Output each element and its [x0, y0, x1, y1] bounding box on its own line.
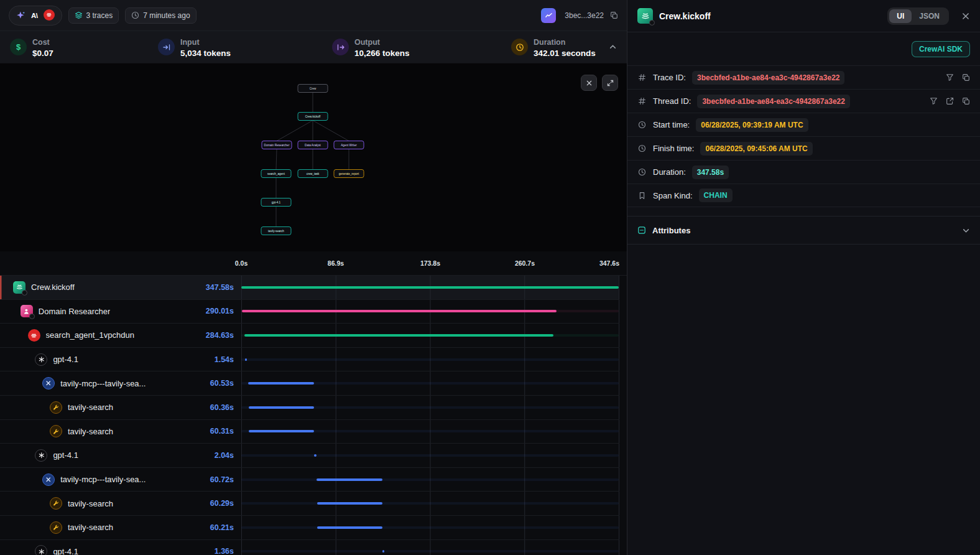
- stat-label: Input: [180, 38, 200, 47]
- span-row[interactable]: gpt-4.12.04s: [0, 444, 619, 468]
- detail-field: Trace ID:3becbfed-a1be-ae84-ea3c-4942867…: [627, 65, 980, 89]
- span-bar: [382, 550, 384, 553]
- field-value: 3becbfed-a1be-ae84-ea3c-4942867a3e22: [697, 95, 850, 108]
- copy-icon[interactable]: [962, 73, 970, 82]
- stat-value: 342.01 seconds: [534, 49, 596, 58]
- close-graph-icon[interactable]: [581, 75, 597, 91]
- field-value: 347.58s: [692, 166, 729, 179]
- agno-icon: [28, 329, 40, 342]
- graph-node[interactable]: Data Analyst: [298, 141, 328, 149]
- tool-icon: [50, 521, 62, 534]
- graph-node[interactable]: search_agent: [261, 170, 291, 178]
- tool-icon: [50, 497, 62, 510]
- anthropic-icon: A\: [31, 12, 38, 19]
- span-duration: 347.58s: [206, 283, 241, 292]
- trace-id-short: 3bec...3e22: [565, 11, 604, 20]
- tab-json[interactable]: JSON: [912, 9, 947, 23]
- expand-graph-icon[interactable]: [602, 75, 618, 91]
- span-duration: 60.36s: [210, 403, 241, 412]
- clock-icon: [637, 168, 647, 176]
- collapse-stats-icon[interactable]: [609, 43, 617, 51]
- detail-field: Duration:347.58s: [627, 160, 980, 184]
- filter-icon[interactable]: [930, 97, 938, 105]
- span-duration: 2.04s: [215, 451, 241, 460]
- tab-ui[interactable]: UI: [889, 9, 912, 23]
- copy-trace-id-icon[interactable]: [610, 11, 618, 19]
- span-row[interactable]: tavily-mcp---tavily-sea...60.53s: [0, 371, 619, 396]
- span-duration: 60.53s: [210, 379, 241, 388]
- graph-node[interactable]: Agent Writer: [334, 141, 364, 149]
- span-row[interactable]: tavily-search60.21s: [0, 516, 619, 540]
- detail-field: Span Kind:CHAIN: [627, 184, 980, 207]
- attributes-label: Attributes: [652, 226, 690, 235]
- detail-field: Finish time:06/28/2025, 09:45:06 AM UTC: [627, 136, 980, 160]
- span-detail-panel: Crew.kickoff UI JSON CrewAI SDK Trace ID…: [627, 0, 980, 555]
- span-row[interactable]: Crew.kickoff347.58s: [0, 276, 619, 300]
- axis-tick: 347.6s: [599, 259, 619, 267]
- span-track: [241, 300, 619, 324]
- sparkle-icon: [16, 11, 25, 20]
- span-name: Domain Researcher: [39, 307, 111, 316]
- agno-logo-slot: [44, 9, 55, 21]
- mcp-icon: [42, 377, 55, 389]
- axis-tick: 173.8s: [420, 259, 440, 267]
- graph-node[interactable]: gpt-4.1: [261, 198, 291, 207]
- field-label: Start time:: [653, 120, 690, 129]
- trace-age-label: 7 minutes ago: [143, 11, 190, 20]
- span-track: [241, 468, 619, 492]
- span-row[interactable]: search_agent_1vpchdun284.63s: [0, 324, 619, 348]
- graph-node[interactable]: tavily-search: [261, 227, 291, 235]
- span-duration: 60.31s: [210, 427, 241, 436]
- span-row[interactable]: tavily-search60.29s: [0, 492, 619, 516]
- span-rows: Crew.kickoff347.58sDomain Researcher290.…: [0, 275, 627, 555]
- graph-node[interactable]: Domain Researcher: [262, 141, 292, 149]
- span-name: search_agent_1vpchdun: [46, 330, 134, 340]
- graph-node[interactable]: crew_task: [298, 170, 328, 178]
- span-name: gpt-4.1: [53, 355, 78, 364]
- stat-label: Cost: [32, 38, 50, 47]
- detail-header: Crew.kickoff UI JSON: [627, 0, 980, 32]
- span-row[interactable]: tavily-search60.36s: [0, 396, 619, 420]
- external-icon[interactable]: [946, 97, 954, 105]
- span-duration: 1.54s: [215, 355, 241, 364]
- traces-count-badge[interactable]: 3 traces: [68, 7, 119, 24]
- close-panel-icon[interactable]: [961, 12, 970, 21]
- span-row[interactable]: Domain Researcher290.01s: [0, 300, 619, 324]
- span-bar: [241, 286, 619, 289]
- span-track: [241, 371, 619, 395]
- copy-icon[interactable]: [962, 97, 970, 105]
- span-track: [241, 348, 619, 371]
- span-duration: 60.72s: [210, 475, 241, 484]
- trace-chart-icon[interactable]: [541, 8, 556, 23]
- span-row[interactable]: gpt-4.11.54s: [0, 348, 619, 372]
- svg-text:search_agent: search_agent: [267, 172, 285, 175]
- graph-node[interactable]: Crew.kickoff: [298, 113, 328, 121]
- span-row[interactable]: tavily-mcp---tavily-sea...60.72s: [0, 468, 619, 492]
- output-icon: [332, 39, 349, 55]
- attributes-section[interactable]: Attributes: [627, 216, 980, 245]
- detail-field: Start time:06/28/2025, 09:39:19 AM UTC: [627, 113, 980, 136]
- span-track: [241, 324, 619, 347]
- graph-node[interactable]: generate_report: [334, 170, 364, 178]
- span-row[interactable]: gpt-4.11.36s: [0, 540, 619, 555]
- chevron-down-icon[interactable]: [962, 226, 970, 235]
- stat-value: 5,034 tokens: [180, 49, 231, 58]
- stat-output: Output10,266 tokens: [332, 36, 511, 58]
- instrumentation-badge: [29, 314, 35, 319]
- layers-icon: [75, 11, 83, 19]
- hash-icon: [637, 73, 647, 82]
- span-duration: 60.29s: [210, 499, 241, 508]
- span-name: tavily-search: [68, 523, 113, 532]
- traces-count-label: 3 traces: [86, 11, 113, 20]
- stat-value: $0.07: [32, 49, 53, 58]
- svg-text:gpt-4.1: gpt-4.1: [272, 201, 281, 204]
- detail-title-icon-slot: [637, 8, 653, 24]
- span-duration: 284.63s: [206, 331, 241, 340]
- span-row[interactable]: tavily-search60.31s: [0, 420, 619, 444]
- filter-icon[interactable]: [946, 73, 954, 82]
- graph-node[interactable]: Crew: [298, 85, 328, 93]
- openai-icon: [35, 449, 47, 462]
- mcp-icon: [42, 473, 55, 486]
- span-bar: [242, 310, 557, 312]
- trace-viewer: A\ 3 traces 7 minutes ago 3bec...3e22 $ …: [0, 0, 980, 555]
